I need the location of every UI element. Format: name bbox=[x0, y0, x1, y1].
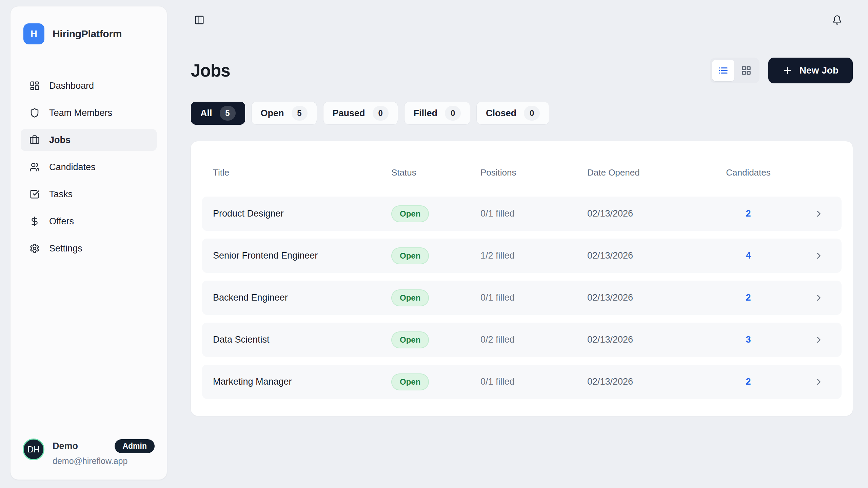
dashboard-icon bbox=[29, 81, 40, 91]
briefcase-icon bbox=[29, 135, 40, 145]
sidebar-item-label: Tasks bbox=[49, 189, 73, 200]
status-badge: Open bbox=[391, 289, 429, 306]
table-row[interactable]: Senior Frontend Engineer Open 1/2 filled… bbox=[202, 239, 842, 273]
dollar-icon bbox=[29, 216, 40, 226]
panel-left-icon bbox=[194, 15, 204, 25]
candidates-count[interactable]: 2 bbox=[701, 377, 796, 387]
filter-count-badge: 0 bbox=[373, 106, 389, 121]
role-badge: Admin bbox=[115, 439, 155, 453]
date-opened: 02/13/2026 bbox=[587, 292, 701, 303]
sidebar-nav: Dashboard Team Members Jobs Candidates T… bbox=[21, 75, 157, 265]
filter-label: Paused bbox=[333, 108, 365, 119]
sidebar-item-jobs[interactable]: Jobs bbox=[21, 129, 157, 151]
date-opened: 02/13/2026 bbox=[587, 250, 701, 261]
filter-count-badge: 5 bbox=[292, 106, 308, 121]
positions-filled: 0/1 filled bbox=[480, 292, 587, 303]
avatar: DH bbox=[23, 439, 44, 460]
candidates-count[interactable]: 2 bbox=[701, 292, 796, 303]
sidebar-item-settings[interactable]: Settings bbox=[21, 238, 157, 259]
column-header-title: Title bbox=[202, 167, 391, 178]
filter-count-badge: 5 bbox=[220, 106, 236, 121]
sidebar-item-candidates[interactable]: Candidates bbox=[21, 156, 157, 178]
app-title: HiringPlatform bbox=[53, 28, 122, 40]
user-profile[interactable]: DH Demo Admin demo@hireflow.app bbox=[21, 439, 157, 466]
user-name: Demo bbox=[53, 441, 78, 451]
chevron-right-icon[interactable] bbox=[796, 377, 842, 387]
grid-icon bbox=[741, 65, 751, 76]
table-row[interactable]: Backend Engineer Open 0/1 filled 02/13/2… bbox=[202, 281, 842, 315]
list-view-button[interactable] bbox=[712, 60, 734, 81]
filter-label: Closed bbox=[486, 108, 516, 119]
sidebar-item-label: Offers bbox=[49, 216, 74, 227]
job-title: Marketing Manager bbox=[202, 377, 391, 387]
positions-filled: 0/1 filled bbox=[480, 208, 587, 219]
positions-filled: 0/2 filled bbox=[480, 334, 587, 345]
filter-tab-filled[interactable]: Filled 0 bbox=[404, 102, 471, 125]
table-row[interactable]: Product Designer Open 0/1 filled 02/13/2… bbox=[202, 197, 842, 231]
filter-count-badge: 0 bbox=[524, 106, 540, 121]
bell-icon bbox=[832, 15, 842, 25]
sidebar-item-label: Candidates bbox=[49, 162, 96, 172]
sidebar-item-tasks[interactable]: Tasks bbox=[21, 183, 157, 205]
page-title: Jobs bbox=[191, 61, 230, 81]
sidebar-item-label: Jobs bbox=[49, 135, 71, 145]
list-icon bbox=[718, 65, 728, 76]
sidebar-toggle-button[interactable] bbox=[194, 15, 204, 25]
users-icon bbox=[29, 162, 40, 172]
candidates-count[interactable]: 3 bbox=[701, 334, 796, 345]
filter-count-badge: 0 bbox=[445, 106, 461, 121]
user-email: demo@hireflow.app bbox=[53, 456, 155, 466]
topbar bbox=[167, 0, 868, 40]
positions-filled: 1/2 filled bbox=[480, 250, 587, 261]
new-job-button[interactable]: New Job bbox=[768, 58, 853, 83]
column-header-positions: Positions bbox=[480, 167, 587, 178]
filter-label: All bbox=[200, 108, 212, 119]
filter-tab-closed[interactable]: Closed 0 bbox=[476, 102, 549, 125]
shield-icon bbox=[29, 108, 40, 118]
filter-tab-all[interactable]: All 5 bbox=[191, 102, 245, 125]
table-row[interactable]: Marketing Manager Open 0/1 filled 02/13/… bbox=[202, 365, 842, 399]
sidebar: H HiringPlatform Dashboard Team Members … bbox=[10, 6, 167, 480]
chevron-right-icon[interactable] bbox=[796, 209, 842, 219]
table-header-row: Title Status Positions Date Opened Candi… bbox=[202, 166, 842, 179]
filter-tab-paused[interactable]: Paused 0 bbox=[323, 102, 398, 125]
sidebar-item-team-members[interactable]: Team Members bbox=[21, 102, 157, 124]
app-logo: H HiringPlatform bbox=[21, 20, 157, 44]
filter-tab-open[interactable]: Open 5 bbox=[251, 102, 317, 125]
chevron-right-icon[interactable] bbox=[796, 251, 842, 261]
job-title: Senior Frontend Engineer bbox=[202, 250, 391, 261]
sidebar-item-label: Team Members bbox=[49, 108, 112, 118]
sidebar-item-label: Dashboard bbox=[49, 81, 94, 91]
chevron-right-icon[interactable] bbox=[796, 335, 842, 345]
main-area: Jobs bbox=[167, 0, 868, 488]
candidates-count[interactable]: 2 bbox=[701, 208, 796, 219]
new-job-label: New Job bbox=[800, 65, 839, 76]
status-filter-tabs: All 5 Open 5 Paused 0 Filled 0 Closed 0 bbox=[191, 102, 853, 125]
table-row[interactable]: Data Scientist Open 0/2 filled 02/13/202… bbox=[202, 323, 842, 357]
column-header-candidates: Candidates bbox=[701, 167, 796, 178]
date-opened: 02/13/2026 bbox=[587, 334, 701, 345]
job-title: Product Designer bbox=[202, 208, 391, 219]
candidates-count[interactable]: 4 bbox=[701, 250, 796, 261]
grid-view-button[interactable] bbox=[735, 60, 757, 81]
column-header-status: Status bbox=[391, 167, 480, 178]
status-badge: Open bbox=[391, 373, 429, 390]
status-badge: Open bbox=[391, 331, 429, 348]
plus-icon bbox=[783, 65, 793, 76]
sidebar-item-dashboard[interactable]: Dashboard bbox=[21, 75, 157, 97]
notifications-button[interactable] bbox=[832, 15, 842, 25]
positions-filled: 0/1 filled bbox=[480, 377, 587, 387]
app-logo-icon: H bbox=[23, 23, 44, 44]
chevron-right-icon[interactable] bbox=[796, 293, 842, 303]
column-header-date-opened: Date Opened bbox=[587, 167, 701, 178]
check-square-icon bbox=[29, 189, 40, 199]
view-toggle bbox=[710, 58, 760, 83]
job-title: Data Scientist bbox=[202, 334, 391, 345]
status-badge: Open bbox=[391, 205, 429, 222]
date-opened: 02/13/2026 bbox=[587, 208, 701, 219]
sidebar-item-offers[interactable]: Offers bbox=[21, 210, 157, 232]
jobs-table-card: Title Status Positions Date Opened Candi… bbox=[191, 141, 853, 416]
job-title: Backend Engineer bbox=[202, 292, 391, 303]
filter-label: Filled bbox=[414, 108, 438, 119]
status-badge: Open bbox=[391, 247, 429, 264]
